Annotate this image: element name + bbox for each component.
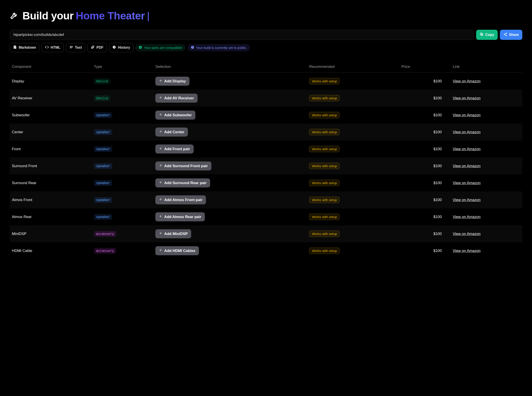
info-icon	[191, 46, 194, 50]
plus-icon	[159, 181, 162, 185]
table-row: CenterspeakerAdd CenterWorks with setup$…	[10, 123, 522, 140]
check-badge-icon	[139, 46, 142, 50]
add-component-label: Add Front pair	[164, 147, 190, 151]
table-row: MiniDSPaccessoryAdd MiniDSPWorks with se…	[10, 225, 522, 242]
price-value: $100	[399, 107, 451, 123]
header-recommended: Recommended	[307, 62, 399, 73]
type-badge: device	[94, 78, 110, 84]
recommended-badge: Works with setup	[309, 95, 340, 101]
view-link[interactable]: View on Amazon	[453, 130, 481, 134]
text-icon	[69, 45, 73, 50]
table-row: SubwooferspeakerAdd SubwooferWorks with …	[10, 107, 522, 123]
header-price: Price	[399, 62, 451, 73]
add-component-label: Add Subwoofer	[164, 113, 192, 117]
file-icon	[13, 45, 17, 50]
table-row: Surround RearspeakerAdd Surround Rear pa…	[10, 175, 522, 191]
add-component-button[interactable]: Add Display	[155, 77, 189, 86]
plus-icon	[159, 113, 162, 117]
add-component-button[interactable]: Add AV Receiver	[155, 93, 197, 103]
type-badge: speaker	[94, 163, 112, 169]
price-value: $100	[399, 208, 451, 225]
copy-label: Copy	[485, 33, 494, 37]
add-component-button[interactable]: Add Subwoofer	[155, 111, 195, 120]
add-component-button[interactable]: Add Surround Rear pair	[155, 178, 210, 187]
paperclip-icon	[91, 45, 95, 50]
table-row: DisplaydeviceAdd DisplayWorks with setup…	[10, 73, 522, 90]
view-link[interactable]: View on Amazon	[453, 249, 481, 253]
header-component: Component	[10, 62, 92, 73]
view-link[interactable]: View on Amazon	[453, 147, 481, 151]
svg-point-14	[192, 46, 193, 47]
view-link[interactable]: View on Amazon	[453, 181, 481, 185]
table-row: AV ReceiverdeviceAdd AV ReceiverWorks wi…	[10, 90, 522, 107]
wrench-icon	[10, 11, 18, 21]
add-component-button[interactable]: Add Center	[155, 128, 188, 137]
recommended-badge: Works with setup	[309, 197, 340, 203]
view-link[interactable]: View on Amazon	[453, 215, 481, 219]
history-button[interactable]: History	[109, 43, 133, 52]
view-link[interactable]: View on Amazon	[453, 79, 481, 83]
plus-icon	[159, 147, 162, 151]
price-value: $100	[399, 90, 451, 107]
svg-line-6	[505, 35, 506, 35]
header-selection: Selection	[153, 62, 307, 73]
price-value: $100	[399, 157, 451, 175]
svg-line-5	[505, 34, 506, 34]
page-title-row: Build your Home Theater	[10, 10, 522, 22]
add-component-label: Add Surround Front pair	[164, 164, 208, 168]
view-link[interactable]: View on Amazon	[453, 198, 481, 202]
view-link[interactable]: View on Amazon	[453, 113, 481, 117]
type-badge: speaker	[94, 129, 112, 135]
plus-icon	[159, 130, 162, 134]
add-component-label: Add Center	[164, 130, 184, 134]
plus-icon	[159, 215, 162, 219]
pdf-button[interactable]: PDF	[87, 43, 107, 52]
view-link[interactable]: View on Amazon	[453, 96, 481, 100]
table-row: Atmos RearspeakerAdd Atmos Rear pairWork…	[10, 208, 522, 225]
component-name: HDMI Cable	[10, 242, 92, 259]
component-name: Surround Rear	[10, 175, 92, 191]
plus-icon	[159, 198, 162, 202]
add-component-button[interactable]: Add MiniDSP	[155, 229, 191, 238]
view-link[interactable]: View on Amazon	[453, 232, 481, 236]
add-component-label: Add HDMI Cables	[164, 249, 195, 253]
type-badge: accessory	[94, 231, 116, 237]
price-value: $100	[399, 175, 451, 191]
recommended-badge: Works with setup	[309, 163, 340, 169]
markdown-button[interactable]: Markdown	[10, 43, 39, 52]
clock-icon	[112, 45, 116, 50]
table-row: Atmos FrontspeakerAdd Atmos Front pairWo…	[10, 191, 522, 208]
component-name: AV Receiver	[10, 90, 92, 107]
recommended-badge: Works with setup	[309, 180, 340, 186]
add-component-button[interactable]: Add Front pair	[155, 145, 193, 153]
add-component-button[interactable]: Add HDMI Cables	[155, 246, 199, 255]
share-button[interactable]: Share	[500, 30, 522, 40]
recommended-badge: Works with setup	[309, 129, 340, 135]
component-name: Atmos Rear	[10, 208, 92, 225]
recommended-badge: Works with setup	[309, 248, 340, 254]
add-component-button[interactable]: Add Surround Front pair	[155, 161, 211, 170]
header-type: Type	[92, 62, 153, 73]
type-badge: speaker	[94, 180, 112, 186]
component-name: Surround Front	[10, 157, 92, 175]
add-component-button[interactable]: Add Atmos Front pair	[155, 195, 206, 204]
title-prefix: Build your	[23, 10, 74, 22]
compat-badge: Your parts are compatible!	[136, 44, 186, 51]
type-badge: speaker	[94, 112, 112, 118]
type-badge: accessory	[94, 248, 116, 254]
price-value: $100	[399, 191, 451, 208]
title-accent: Home Theater	[76, 10, 145, 22]
copy-icon	[480, 32, 484, 37]
price-value: $100	[399, 123, 451, 140]
price-value: $100	[399, 140, 451, 157]
add-component-label: Add Surround Rear pair	[164, 181, 207, 185]
add-component-label: Add Display	[164, 79, 186, 83]
price-value: $100	[399, 73, 451, 90]
add-component-button[interactable]: Add Atmos Rear pair	[155, 212, 205, 221]
build-url-input[interactable]	[10, 30, 474, 40]
type-badge: device	[94, 95, 110, 101]
copy-button[interactable]: Copy	[476, 30, 498, 40]
html-button[interactable]: HTML	[42, 43, 64, 52]
view-link[interactable]: View on Amazon	[453, 164, 481, 168]
text-button[interactable]: Text	[66, 43, 85, 52]
